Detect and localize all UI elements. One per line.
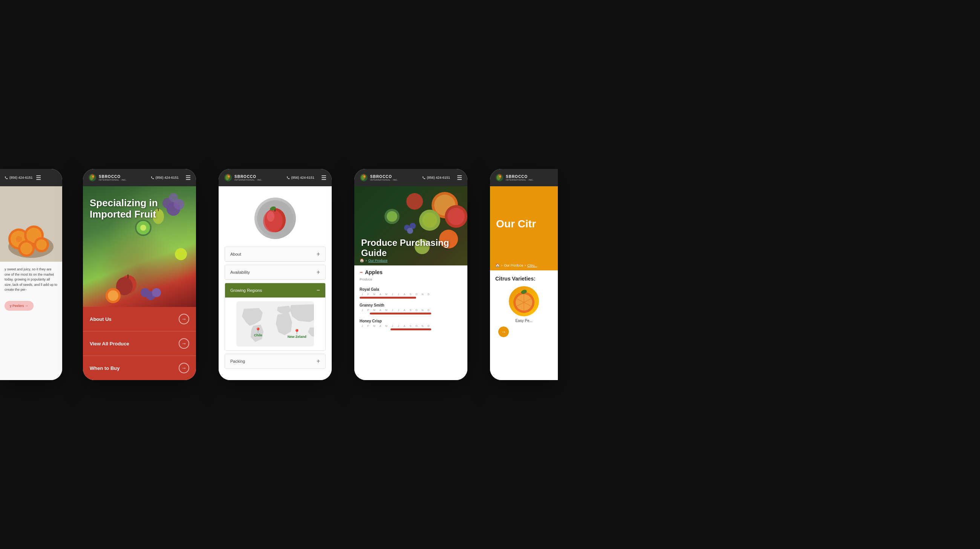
tangerine-image <box>509 286 539 317</box>
svg-point-40 <box>267 211 274 222</box>
produce-hero: Produce Purchasing Guide 🏠 › Our Produce <box>354 186 468 266</box>
tangerine-section: Easy Pe... <box>495 286 552 323</box>
menu-item-arrow[interactable]: → <box>179 314 189 324</box>
menu-item-arrow[interactable]: → <box>179 338 189 349</box>
accordion-item-about: About + <box>224 247 326 262</box>
phone-1-header: (856) 424-6151 ☰ <box>0 169 62 186</box>
phone-number: (856) 424-6151 <box>151 176 179 180</box>
accordion-toggle-availability[interactable]: + <box>317 269 320 275</box>
hamburger-menu-icon[interactable]: ☰ <box>36 174 41 181</box>
availability-bar-royal-gala <box>360 297 462 299</box>
phone-1: (856) 424-6151 ☰ <box>0 169 62 380</box>
variety-name: Granny Smith <box>360 303 462 307</box>
hamburger-icon[interactable]: ☰ <box>321 174 326 181</box>
menu-item-about-us[interactable]: About Us → <box>83 307 196 331</box>
accordion-item-growing-regions: Growing Regions − <box>224 283 326 351</box>
accordion-toggle-about[interactable]: + <box>317 251 320 258</box>
svg-point-29 <box>108 290 118 301</box>
phone-5: SBROCCO INTERNATIONAL · INC. Our Citr 🏠 … <box>490 169 558 380</box>
variety-name: Royal Gala <box>360 287 462 291</box>
accordion-item-availability: Availability + <box>224 265 326 280</box>
apple-image <box>255 197 296 239</box>
brand-sub: INTERNATIONAL · INC. <box>234 179 262 181</box>
phone-4: SBROCCO INTERNATIONAL · INC. (856) 424-6… <box>354 169 468 380</box>
menu-item-label: About Us <box>90 317 111 322</box>
easy-peel-text: Easy Pe... <box>515 318 533 323</box>
variety-name: Honey Crisp <box>360 319 462 323</box>
tangerine-svg <box>511 288 537 315</box>
phone-number: (856) 424-6151 <box>286 176 314 180</box>
month-row: J F M A M J J A S O N D <box>360 293 462 296</box>
phone-1-body: y sweet and juicy, so it they are one of… <box>0 186 62 380</box>
hamburger-icon[interactable]: ☰ <box>457 174 462 181</box>
sbrocco-logo: SBROCCO INTERNATIONAL · INC. <box>224 173 262 182</box>
menu-item-view-all[interactable]: View All Produce → <box>83 331 196 356</box>
phone-3-header: SBROCCO INTERNATIONAL · INC. (856) 424-6… <box>219 169 332 186</box>
phone-5-header: SBROCCO INTERNATIONAL · INC. <box>490 169 558 186</box>
svg-point-4 <box>16 236 22 242</box>
svg-point-23 <box>140 225 146 231</box>
svg-point-27 <box>175 248 187 260</box>
sbrocco-logo: SBROCCO INTERNATIONAL · INC. <box>495 173 534 182</box>
svg-point-31 <box>152 288 161 297</box>
logo-icon <box>360 173 368 182</box>
accordion-header-availability[interactable]: Availability + <box>225 265 325 279</box>
read-more-button[interactable]: y Peelers → <box>5 301 33 311</box>
svg-point-14 <box>92 175 94 178</box>
accordion-label-growing-regions: Growing Regions <box>230 288 262 293</box>
month-row: J F M A M J J A S O N D <box>360 325 462 327</box>
fruit-hero-image: Specializing in Imported Fruit <box>83 186 196 307</box>
citrus-breadcrumb-link[interactable]: Citru... <box>527 264 538 267</box>
hero-breadcrumb: 🏠 › Our Produce <box>360 258 388 263</box>
svg-point-65 <box>499 175 501 178</box>
accordion-header-packing[interactable]: Packing + <box>225 354 325 368</box>
logo-icon <box>224 173 232 182</box>
brand-sub: INTERNATIONAL · INC. <box>99 179 127 181</box>
accordion-toggle-packing[interactable]: + <box>317 358 320 364</box>
accordion-header-growing-regions[interactable]: Growing Regions − <box>225 283 325 298</box>
accordion-item-packing: Packing + <box>224 354 326 369</box>
sbrocco-logo: SBROCCO INTERNATIONAL · INC. <box>360 173 398 182</box>
fruit-image <box>0 186 62 262</box>
next-arrow-button[interactable]: → <box>498 326 509 337</box>
menu-item-label: When to Buy <box>90 365 119 371</box>
accordion-section: About + Availability + Growing Regions − <box>219 247 332 369</box>
phone-5-body: Our Citr 🏠 › Our Produce › Citru... Citr… <box>490 186 558 380</box>
phone-number: (856) 424-6151 <box>422 176 450 180</box>
our-produce-link[interactable]: Our Produce <box>368 259 388 263</box>
phone-3-body: About + Availability + Growing Regions − <box>219 186 332 380</box>
chile-pin: 📍 Chile <box>254 327 262 337</box>
menu-item-when-to-buy[interactable]: When to Buy → <box>83 356 196 380</box>
brand-name: SBROCCO <box>234 175 262 179</box>
citrus-body: Citrus Varieties: <box>490 271 558 342</box>
availability-bar-honey-crisp <box>360 328 462 330</box>
world-map: 📍 Chile 📍 New Zeland <box>236 301 314 347</box>
phone-icon <box>5 176 8 180</box>
hamburger-icon[interactable]: ☰ <box>185 174 191 181</box>
home-icon: 🏠 <box>360 258 364 263</box>
svg-point-10 <box>36 239 47 250</box>
accordion-toggle-growing-regions[interactable]: − <box>317 287 320 294</box>
orange-bowl-image <box>0 186 62 262</box>
phone-2-body: Specializing in Imported Fruit About Us … <box>83 186 196 380</box>
brand-sub: INTERNATIONAL · INC. <box>506 179 534 181</box>
sbrocco-logo: SBROCCO INTERNATIONAL · INC. <box>88 173 127 182</box>
variety-granny-smith: Granny Smith J F M A M J J A S O N D <box>354 300 468 316</box>
menu-item-arrow[interactable]: → <box>179 363 189 373</box>
citrus-hero: Our Citr <box>490 186 558 262</box>
new-zealand-pin: 📍 New Zeland <box>288 329 306 339</box>
accordion-header-about[interactable]: About + <box>225 247 325 261</box>
section-subtitle: Produce <box>354 277 468 284</box>
apple-image-wrap <box>219 186 332 247</box>
phone-icon <box>286 176 290 180</box>
availability-bar-granny-smith <box>360 313 462 315</box>
chile-label: Chile <box>254 333 262 337</box>
phone-icon <box>151 176 154 180</box>
phone-2: SBROCCO INTERNATIONAL · INC. (856) 424-6… <box>83 169 196 380</box>
phone-number: (856) 424-6151 <box>5 176 33 180</box>
section-minus: − <box>360 269 363 275</box>
menu-item-label: View All Produce <box>90 341 129 347</box>
phone-3: SBROCCO INTERNATIONAL · INC. (856) 424-6… <box>219 169 332 380</box>
accordion-label-availability: Availability <box>230 270 250 275</box>
brand-name: SBROCCO <box>370 175 398 179</box>
